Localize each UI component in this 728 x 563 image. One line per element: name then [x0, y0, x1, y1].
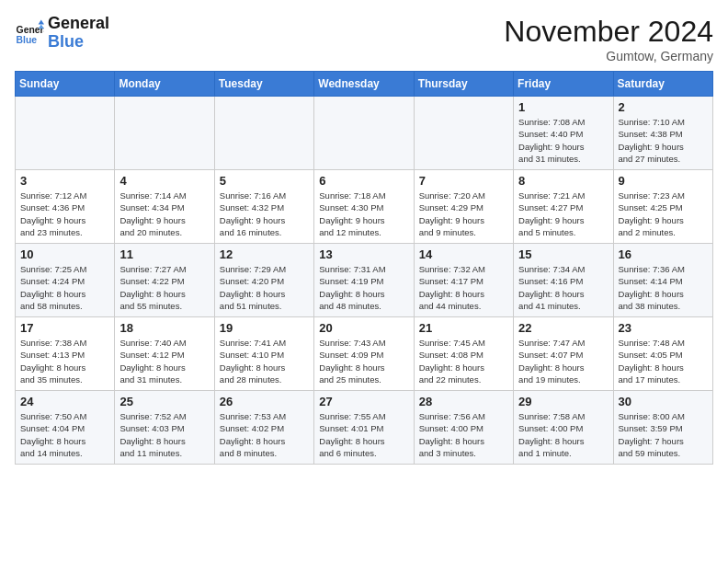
calendar-day-cell: 13Sunrise: 7:31 AM Sunset: 4:19 PM Dayli… — [314, 244, 414, 317]
day-number: 20 — [319, 321, 408, 335]
day-detail: Sunrise: 7:08 AM Sunset: 4:40 PM Dayligh… — [518, 116, 608, 165]
calendar-day-cell — [16, 97, 115, 170]
day-detail: Sunrise: 7:50 AM Sunset: 4:04 PM Dayligh… — [20, 410, 109, 459]
day-detail: Sunrise: 8:00 AM Sunset: 3:59 PM Dayligh… — [619, 410, 708, 459]
calendar-day-cell: 11Sunrise: 7:27 AM Sunset: 4:22 PM Dayli… — [115, 244, 214, 317]
calendar-day-cell: 12Sunrise: 7:29 AM Sunset: 4:20 PM Dayli… — [214, 244, 313, 317]
calendar-day-cell: 19Sunrise: 7:41 AM Sunset: 4:10 PM Dayli… — [214, 317, 313, 391]
day-detail: Sunrise: 7:20 AM Sunset: 4:29 PM Dayligh… — [419, 190, 508, 238]
day-number: 19 — [220, 321, 309, 335]
weekday-header-row: SundayMondayTuesdayWednesdayThursdayFrid… — [16, 72, 713, 97]
day-detail: Sunrise: 7:21 AM Sunset: 4:27 PM Dayligh… — [518, 190, 608, 238]
calendar-day-cell: 20Sunrise: 7:43 AM Sunset: 4:09 PM Dayli… — [314, 317, 414, 391]
calendar-week-row: 1Sunrise: 7:08 AM Sunset: 4:40 PM Daylig… — [16, 97, 713, 170]
day-number: 12 — [220, 247, 309, 261]
calendar-day-cell: 29Sunrise: 7:58 AM Sunset: 4:00 PM Dayli… — [514, 391, 613, 465]
calendar-day-cell: 18Sunrise: 7:40 AM Sunset: 4:12 PM Dayli… — [115, 317, 214, 391]
day-number: 18 — [119, 321, 209, 335]
svg-text:Blue: Blue — [17, 35, 38, 45]
month-title: November 2024 — [504, 15, 713, 49]
calendar-day-cell: 28Sunrise: 7:56 AM Sunset: 4:00 PM Dayli… — [414, 391, 513, 465]
day-number: 26 — [220, 395, 309, 408]
calendar-day-cell: 8Sunrise: 7:21 AM Sunset: 4:27 PM Daylig… — [514, 170, 613, 244]
day-number: 5 — [220, 174, 309, 188]
day-number: 27 — [319, 395, 408, 408]
day-number: 7 — [419, 174, 508, 188]
day-number: 4 — [119, 174, 209, 188]
day-detail: Sunrise: 7:48 AM Sunset: 4:05 PM Dayligh… — [619, 337, 708, 385]
day-number: 30 — [619, 395, 708, 408]
calendar-day-cell — [314, 97, 414, 170]
calendar-day-cell: 27Sunrise: 7:55 AM Sunset: 4:01 PM Dayli… — [314, 391, 414, 465]
calendar-day-cell: 23Sunrise: 7:48 AM Sunset: 4:05 PM Dayli… — [613, 317, 712, 391]
calendar-week-row: 17Sunrise: 7:38 AM Sunset: 4:13 PM Dayli… — [16, 317, 713, 391]
calendar-day-cell — [214, 97, 313, 170]
calendar-week-row: 24Sunrise: 7:50 AM Sunset: 4:04 PM Dayli… — [16, 391, 713, 465]
day-detail: Sunrise: 7:53 AM Sunset: 4:02 PM Dayligh… — [220, 410, 309, 459]
calendar-day-cell — [115, 97, 214, 170]
day-detail: Sunrise: 7:25 AM Sunset: 4:24 PM Dayligh… — [20, 263, 109, 312]
weekday-header: Sunday — [16, 72, 115, 97]
calendar-day-cell: 3Sunrise: 7:12 AM Sunset: 4:36 PM Daylig… — [16, 170, 115, 244]
calendar-day-cell: 9Sunrise: 7:23 AM Sunset: 4:25 PM Daylig… — [613, 170, 712, 244]
day-number: 3 — [20, 174, 109, 188]
calendar-week-row: 10Sunrise: 7:25 AM Sunset: 4:24 PM Dayli… — [16, 244, 713, 317]
calendar-day-cell: 30Sunrise: 8:00 AM Sunset: 3:59 PM Dayli… — [613, 391, 712, 465]
day-number: 11 — [119, 247, 209, 261]
calendar-day-cell: 22Sunrise: 7:47 AM Sunset: 4:07 PM Dayli… — [514, 317, 613, 391]
calendar-day-cell: 1Sunrise: 7:08 AM Sunset: 4:40 PM Daylig… — [514, 97, 613, 170]
weekday-header: Saturday — [613, 72, 712, 97]
day-detail: Sunrise: 7:16 AM Sunset: 4:32 PM Dayligh… — [220, 190, 309, 238]
location: Gumtow, Germany — [504, 49, 713, 63]
calendar-day-cell: 7Sunrise: 7:20 AM Sunset: 4:29 PM Daylig… — [414, 170, 513, 244]
day-number: 14 — [419, 247, 508, 261]
day-number: 21 — [419, 321, 508, 335]
day-number: 15 — [518, 247, 608, 261]
day-detail: Sunrise: 7:56 AM Sunset: 4:00 PM Dayligh… — [419, 410, 508, 459]
day-number: 17 — [20, 321, 109, 335]
day-detail: Sunrise: 7:41 AM Sunset: 4:10 PM Dayligh… — [220, 337, 309, 385]
day-number: 2 — [619, 100, 708, 114]
page-header: General Blue GeneralBlue November 2024 G… — [15, 15, 713, 63]
day-detail: Sunrise: 7:36 AM Sunset: 4:14 PM Dayligh… — [619, 263, 708, 312]
calendar-day-cell: 26Sunrise: 7:53 AM Sunset: 4:02 PM Dayli… — [214, 391, 313, 465]
day-detail: Sunrise: 7:52 AM Sunset: 4:03 PM Dayligh… — [119, 410, 209, 459]
day-detail: Sunrise: 7:31 AM Sunset: 4:19 PM Dayligh… — [319, 263, 408, 312]
weekday-header: Monday — [115, 72, 214, 97]
day-detail: Sunrise: 7:43 AM Sunset: 4:09 PM Dayligh… — [319, 337, 408, 385]
day-detail: Sunrise: 7:12 AM Sunset: 4:36 PM Dayligh… — [20, 190, 109, 238]
day-detail: Sunrise: 7:18 AM Sunset: 4:30 PM Dayligh… — [319, 190, 408, 238]
calendar-day-cell: 15Sunrise: 7:34 AM Sunset: 4:16 PM Dayli… — [514, 244, 613, 317]
day-number: 23 — [619, 321, 708, 335]
day-detail: Sunrise: 7:34 AM Sunset: 4:16 PM Dayligh… — [518, 263, 608, 312]
svg-marker-2 — [39, 19, 44, 24]
day-number: 25 — [119, 395, 209, 408]
day-detail: Sunrise: 7:23 AM Sunset: 4:25 PM Dayligh… — [619, 190, 708, 238]
calendar-day-cell: 21Sunrise: 7:45 AM Sunset: 4:08 PM Dayli… — [414, 317, 513, 391]
logo-text: GeneralBlue — [48, 15, 109, 52]
day-detail: Sunrise: 7:45 AM Sunset: 4:08 PM Dayligh… — [419, 337, 508, 385]
calendar-day-cell: 25Sunrise: 7:52 AM Sunset: 4:03 PM Dayli… — [115, 391, 214, 465]
calendar-day-cell: 17Sunrise: 7:38 AM Sunset: 4:13 PM Dayli… — [16, 317, 115, 391]
calendar-day-cell: 14Sunrise: 7:32 AM Sunset: 4:17 PM Dayli… — [414, 244, 513, 317]
day-number: 28 — [419, 395, 508, 408]
title-block: November 2024 Gumtow, Germany — [504, 15, 713, 63]
day-detail: Sunrise: 7:38 AM Sunset: 4:13 PM Dayligh… — [20, 337, 109, 385]
day-number: 10 — [20, 247, 109, 261]
calendar-day-cell: 2Sunrise: 7:10 AM Sunset: 4:38 PM Daylig… — [613, 97, 712, 170]
day-number: 9 — [619, 174, 708, 188]
day-number: 13 — [319, 247, 408, 261]
logo: General Blue GeneralBlue — [15, 15, 109, 52]
calendar-day-cell: 16Sunrise: 7:36 AM Sunset: 4:14 PM Dayli… — [613, 244, 712, 317]
calendar-week-row: 3Sunrise: 7:12 AM Sunset: 4:36 PM Daylig… — [16, 170, 713, 244]
weekday-header: Friday — [514, 72, 613, 97]
logo-icon: General Blue — [15, 18, 44, 48]
day-detail: Sunrise: 7:10 AM Sunset: 4:38 PM Dayligh… — [619, 116, 708, 165]
day-detail: Sunrise: 7:14 AM Sunset: 4:34 PM Dayligh… — [119, 190, 209, 238]
day-detail: Sunrise: 7:40 AM Sunset: 4:12 PM Dayligh… — [119, 337, 209, 385]
day-number: 29 — [518, 395, 608, 408]
day-detail: Sunrise: 7:29 AM Sunset: 4:20 PM Dayligh… — [220, 263, 309, 312]
day-number: 1 — [518, 100, 608, 114]
day-detail: Sunrise: 7:58 AM Sunset: 4:00 PM Dayligh… — [518, 410, 608, 459]
calendar-day-cell: 4Sunrise: 7:14 AM Sunset: 4:34 PM Daylig… — [115, 170, 214, 244]
